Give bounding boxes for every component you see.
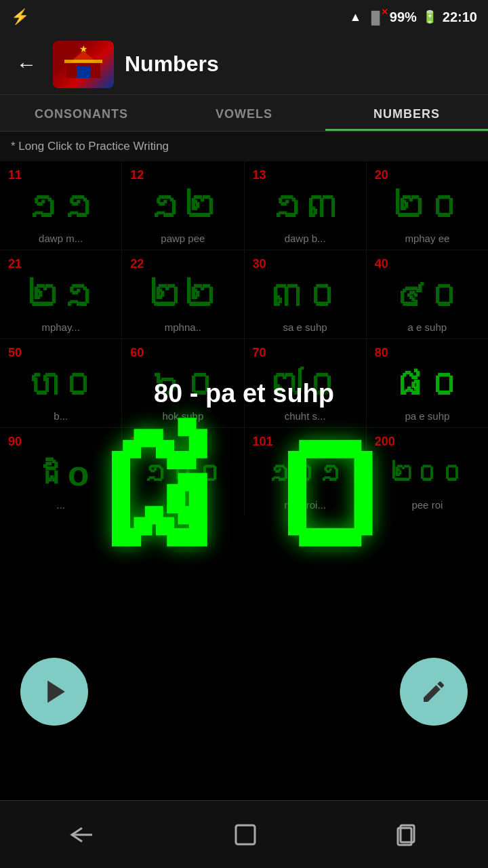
list-item[interactable]: 21 ២១ mphay... xyxy=(0,250,121,338)
usb-icon: ⚡ xyxy=(11,8,29,26)
list-item[interactable]: 22 ២២ mphna.. xyxy=(122,250,243,338)
clock: 22:10 xyxy=(443,9,477,25)
signal-icon: ▐▌✕ xyxy=(367,9,384,25)
number-label: pa e suhp xyxy=(369,410,485,422)
play-icon xyxy=(41,677,71,707)
list-item[interactable]: 60 ៦០ hok suhp xyxy=(122,339,243,427)
list-item[interactable]: 20 ២០ mphay ee xyxy=(367,161,488,250)
bottom-nav xyxy=(0,800,488,868)
number-index: 12 xyxy=(130,168,144,182)
list-item[interactable]: 200 ២០០ pee roi xyxy=(367,428,488,516)
tab-vowels[interactable]: VOWELS xyxy=(163,95,325,131)
tab-bar: CONSONANTS VOWELS NUMBERS xyxy=(0,95,488,132)
number-label: moy roi... xyxy=(247,499,363,511)
recent-nav-icon xyxy=(395,823,420,847)
number-label: pee roi xyxy=(369,499,485,511)
list-item[interactable]: 100 ១០០ moy roi xyxy=(122,428,243,516)
tab-numbers[interactable]: NUMBERS xyxy=(325,95,488,131)
subtitle-text: * Long Click to Practice Writing xyxy=(0,132,488,161)
khmer-char: ដo xyxy=(33,450,89,496)
battery-icon: 🔋 xyxy=(422,9,437,24)
number-label: b... xyxy=(3,410,119,422)
number-index: 200 xyxy=(375,435,395,449)
number-label: pawp pee xyxy=(125,233,241,244)
khmer-char: ២២ xyxy=(148,273,218,319)
number-label: dawp b... xyxy=(247,233,363,244)
home-nav-icon xyxy=(233,823,258,847)
tab-consonants[interactable]: CONSONANTS xyxy=(0,95,163,131)
back-nav-icon xyxy=(68,825,96,845)
number-label: hok suhp xyxy=(125,410,241,422)
number-label: chuht s... xyxy=(247,410,363,422)
khmer-char: ៧០ xyxy=(270,361,340,408)
logo-icon xyxy=(63,47,104,81)
play-button[interactable] xyxy=(20,658,88,726)
back-nav-button[interactable] xyxy=(58,814,106,856)
edit-icon xyxy=(420,678,447,705)
list-item[interactable]: 40 ៤០ a e suhp xyxy=(367,250,488,338)
edit-button[interactable] xyxy=(400,658,468,726)
list-item[interactable]: 13 ១៣ dawp b... xyxy=(245,161,366,250)
khmer-char: ៦០ xyxy=(148,361,218,408)
khmer-char: ផ០ xyxy=(392,361,462,408)
number-index: 40 xyxy=(375,257,388,271)
number-index: 100 xyxy=(130,435,150,449)
number-label: ... xyxy=(3,499,119,511)
svg-rect-3 xyxy=(64,60,102,63)
app-logo xyxy=(53,41,114,88)
number-label: a e suhp xyxy=(369,321,485,333)
number-index: 80 xyxy=(375,346,388,360)
khmer-char: ១៣ xyxy=(270,184,340,230)
list-item[interactable]: 90 ដo ... xyxy=(0,428,121,516)
svg-marker-4 xyxy=(47,681,65,703)
svg-rect-6 xyxy=(236,825,255,844)
list-item[interactable]: 101 ១០១ moy roi... xyxy=(245,428,366,516)
back-button[interactable]: ← xyxy=(11,47,42,81)
number-index: 20 xyxy=(375,168,388,182)
number-index: 60 xyxy=(130,346,144,360)
list-item[interactable]: 12 ១២ pawp pee xyxy=(122,161,243,250)
wifi-icon: ▲ xyxy=(349,10,361,24)
khmer-char: ១១ xyxy=(26,184,96,230)
khmer-char: ២០០ xyxy=(389,450,465,496)
list-item[interactable]: 80 ផ០ pa e suhp xyxy=(367,339,488,427)
list-item[interactable]: 70 ៧០ chuht s... xyxy=(245,339,366,427)
number-index: 13 xyxy=(253,168,266,182)
number-label: mphay ee xyxy=(369,233,485,244)
header: ← Numbers xyxy=(0,34,488,95)
khmer-char: ១២ xyxy=(148,184,218,230)
number-index: 22 xyxy=(130,257,144,271)
battery-level: 99% xyxy=(390,9,417,25)
list-item[interactable]: 30 ៣០ sa e suhp xyxy=(245,250,366,338)
number-index: 11 xyxy=(8,168,22,182)
number-index: 70 xyxy=(253,346,266,360)
number-label: mphay... xyxy=(3,321,119,333)
number-label: moy roi xyxy=(125,499,241,511)
khmer-char: ២០ xyxy=(392,184,462,230)
number-label: mphna.. xyxy=(125,321,241,333)
number-index: 30 xyxy=(253,257,266,271)
khmer-char: ៤០ xyxy=(392,273,462,319)
khmer-char: ៣០ xyxy=(270,273,340,319)
number-label: sa e suhp xyxy=(247,321,363,333)
number-index: 101 xyxy=(253,435,273,449)
khmer-char: ២១ xyxy=(26,273,96,319)
khmer-char: ១០១ xyxy=(267,450,344,496)
list-item[interactable]: 50 ហ០ b... xyxy=(0,339,121,427)
number-label: dawp m... xyxy=(3,233,119,244)
number-index: 90 xyxy=(8,435,22,449)
page-title: Numbers xyxy=(125,52,219,77)
number-index: 50 xyxy=(8,346,22,360)
list-item[interactable]: 11 ១១ dawp m... xyxy=(0,161,121,250)
numbers-grid: 11 ១១ dawp m... 12 ១២ pawp pee 13 ១៣ daw… xyxy=(0,161,488,516)
svg-rect-2 xyxy=(77,66,90,78)
number-index: 21 xyxy=(8,257,22,271)
khmer-char: ហ០ xyxy=(25,361,96,408)
recent-nav-button[interactable] xyxy=(384,812,430,858)
khmer-char: ១០០ xyxy=(142,450,224,496)
status-bar: ⚡ ▲ ▐▌✕ 99% 🔋 22:10 xyxy=(0,0,488,34)
home-nav-button[interactable] xyxy=(222,812,268,858)
